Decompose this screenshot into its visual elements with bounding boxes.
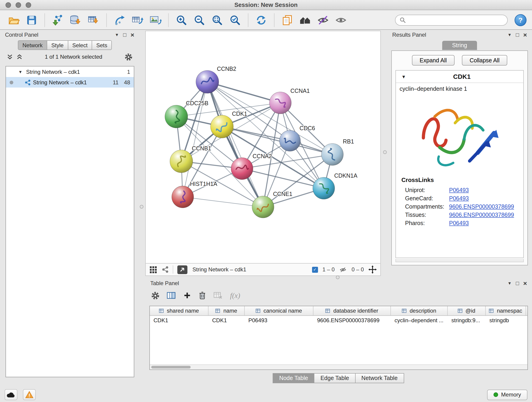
- tab-style[interactable]: Style: [47, 40, 68, 50]
- tissues-link[interactable]: 9606.ENSP00000378699: [449, 212, 514, 218]
- node-label-CDC6[interactable]: CDC6: [299, 125, 315, 131]
- show-all-button[interactable]: [333, 12, 349, 28]
- scrollbar-thumb[interactable]: [151, 366, 191, 369]
- node-label-CCNA2[interactable]: CCNA2: [253, 153, 272, 159]
- import-table-button[interactable]: [85, 12, 102, 28]
- splitter-handle[interactable]: [140, 205, 143, 209]
- cell-shared-name[interactable]: CDK1: [150, 316, 209, 325]
- birdseye-view-button[interactable]: [177, 265, 187, 274]
- protein-card-header[interactable]: ▼ CDK1: [396, 70, 523, 83]
- float-panel-icon[interactable]: ▼: [115, 33, 119, 37]
- column-header-id[interactable]: @id: [448, 306, 486, 315]
- save-session-button[interactable]: [23, 12, 40, 28]
- collapse-all-chevrons-icon[interactable]: [7, 54, 13, 60]
- new-network-from-selection-button[interactable]: [111, 12, 128, 28]
- memory-button[interactable]: Memory: [487, 389, 527, 400]
- minimize-window-button[interactable]: [16, 2, 21, 8]
- node-label-CCNE1[interactable]: CCNE1: [273, 191, 292, 197]
- column-header-canonical-name[interactable]: canonical name: [245, 306, 313, 315]
- node-label-CDK1[interactable]: CDK1: [232, 110, 247, 117]
- maximize-panel-icon[interactable]: □: [516, 281, 519, 286]
- selected-items-checkbox[interactable]: ✓: [312, 267, 318, 273]
- network-edge[interactable]: [183, 197, 263, 207]
- network-collection-row[interactable]: ▼ String Network – cdk1 1: [6, 66, 134, 77]
- table-row[interactable]: CDK1 CDK1 P06493 9606.ENSP00000378699 cy…: [150, 316, 527, 325]
- splitter-handle[interactable]: [383, 150, 387, 154]
- cell-namespace[interactable]: stringdb: [486, 316, 526, 325]
- cell-name[interactable]: CDK1: [209, 316, 245, 325]
- maximize-panel-icon[interactable]: □: [123, 32, 127, 38]
- network-row[interactable]: String Network – cdk1 11 48: [6, 77, 134, 88]
- results-horizontal-scrollbar[interactable]: [395, 259, 524, 262]
- node-label-CCNB1[interactable]: CCNB1: [192, 145, 211, 152]
- node-label-RB1[interactable]: RB1: [343, 138, 354, 145]
- node-label-CDKN1A[interactable]: CDKN1A: [334, 172, 357, 179]
- compartments-link[interactable]: 9606.ENSP00000378699: [449, 204, 514, 210]
- gear-icon[interactable]: [125, 53, 133, 61]
- tab-network[interactable]: Network: [18, 40, 47, 50]
- column-header-name[interactable]: name: [209, 306, 245, 315]
- node-label-CCNB2[interactable]: CCNB2: [217, 65, 236, 72]
- column-header-namespace[interactable]: namespac: [486, 306, 526, 315]
- function-builder-button[interactable]: f(x): [230, 291, 240, 300]
- tab-sets[interactable]: Sets: [92, 40, 112, 50]
- tab-edge-table[interactable]: Edge Table: [314, 373, 355, 383]
- tab-node-table[interactable]: Node Table: [273, 373, 315, 383]
- column-header-database-identifier[interactable]: database identifier: [313, 306, 391, 315]
- tab-string[interactable]: String: [442, 41, 477, 50]
- pan-move-icon[interactable]: [368, 265, 377, 274]
- import-network-button[interactable]: [50, 12, 66, 28]
- zoom-in-button[interactable]: [173, 12, 190, 28]
- uniprot-link[interactable]: P06493: [449, 187, 469, 193]
- collapse-all-button[interactable]: Collapse All: [462, 55, 507, 65]
- maximize-panel-icon[interactable]: □: [516, 32, 519, 38]
- expand-all-chevrons-icon[interactable]: [17, 54, 22, 60]
- node-label-CCNA1[interactable]: CCNA1: [291, 88, 310, 94]
- import-network-from-database-button[interactable]: [67, 12, 84, 28]
- network-table-tool-button[interactable]: [129, 12, 146, 28]
- close-panel-icon[interactable]: ×: [523, 280, 527, 287]
- cell-description[interactable]: cyclin–dependent ...: [391, 316, 448, 325]
- expand-all-button[interactable]: Expand All: [412, 55, 455, 65]
- search-box[interactable]: [395, 14, 508, 26]
- search-input[interactable]: [408, 17, 503, 23]
- cloud-button[interactable]: [5, 389, 17, 400]
- close-panel-icon[interactable]: ×: [523, 32, 527, 38]
- collapse-section-icon[interactable]: ▼: [401, 74, 406, 79]
- gear-icon[interactable]: [151, 291, 159, 300]
- cell-id[interactable]: stringdb:9...: [448, 316, 486, 325]
- hide-selected-button[interactable]: [315, 12, 331, 28]
- warnings-button[interactable]: [23, 389, 36, 400]
- network-edge[interactable]: [183, 82, 207, 197]
- tab-select[interactable]: Select: [68, 40, 92, 50]
- tree-expander-icon[interactable]: ▼: [18, 70, 24, 74]
- first-neighbors-button[interactable]: [297, 12, 313, 28]
- network-canvas[interactable]: CCNB2CCNA1CDC25BCDK1CDC6RB1CCNB1CCNA2CDK…: [145, 31, 381, 264]
- clone-network-button[interactable]: [279, 12, 296, 28]
- close-window-button[interactable]: [6, 2, 11, 8]
- tab-network-table[interactable]: Network Table: [355, 373, 404, 383]
- help-button[interactable]: ?: [515, 14, 526, 26]
- delete-column-icon[interactable]: [198, 291, 206, 300]
- network-edge[interactable]: [222, 127, 332, 154]
- refresh-layout-button[interactable]: [253, 12, 269, 28]
- add-column-icon[interactable]: [183, 292, 191, 299]
- cell-canonical-name[interactable]: P06493: [245, 316, 313, 325]
- cell-database-identifier[interactable]: 9606.ENSP00000378699: [313, 316, 391, 325]
- open-session-button[interactable]: [6, 12, 22, 28]
- splitter-handle[interactable]: [336, 275, 340, 279]
- export-image-button[interactable]: [147, 12, 164, 28]
- show-columns-icon[interactable]: [167, 291, 176, 300]
- pharos-link[interactable]: P06493: [449, 220, 469, 226]
- close-panel-icon[interactable]: ×: [131, 32, 134, 38]
- zoom-out-button[interactable]: [191, 12, 208, 28]
- zoom-window-button[interactable]: [26, 2, 31, 8]
- genecard-link[interactable]: P06493: [449, 195, 469, 202]
- zoom-fit-button[interactable]: [209, 12, 225, 28]
- zoom-selected-button[interactable]: [227, 12, 243, 28]
- float-panel-icon[interactable]: ▼: [507, 281, 512, 285]
- grid-view-icon[interactable]: [149, 266, 157, 274]
- network-view-icon[interactable]: [161, 266, 169, 273]
- network-edge[interactable]: [207, 82, 263, 207]
- float-panel-icon[interactable]: ▼: [507, 33, 512, 37]
